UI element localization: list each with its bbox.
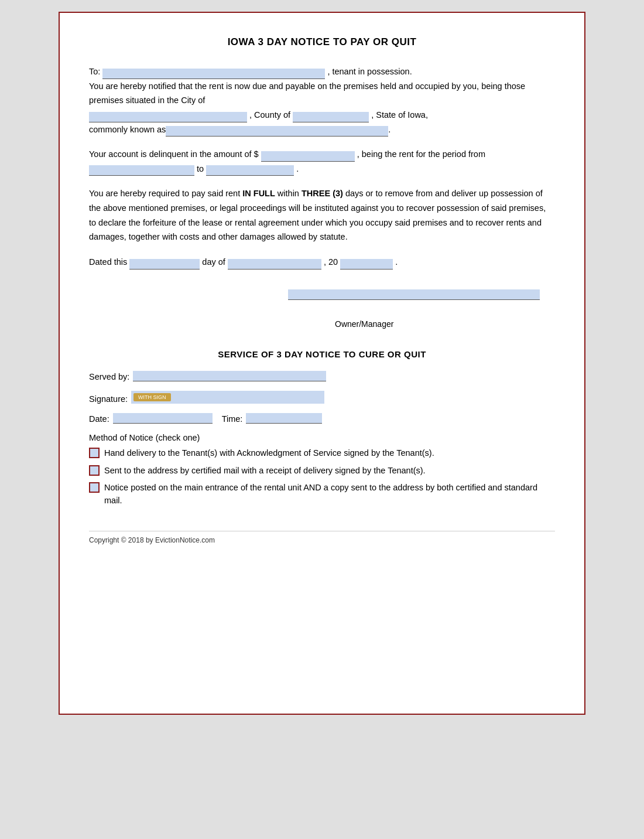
dated-pre: Dated this xyxy=(89,257,127,267)
para2-prefix: Your account is delinquent in the amount… xyxy=(89,149,259,159)
para3-mid1: within xyxy=(275,189,302,198)
county-label: , County of xyxy=(249,110,290,120)
day-field[interactable] xyxy=(129,259,200,270)
address-field[interactable] xyxy=(166,126,388,137)
method3-checkbox[interactable] xyxy=(89,482,100,493)
method1-item: Hand delivery to the Tenant(s) with Ackn… xyxy=(89,447,555,460)
method2-item: Sent to the address by certified mail wi… xyxy=(89,465,555,478)
date-time-row: Date: Time: xyxy=(89,413,555,424)
signature-label: Signature: xyxy=(89,394,128,404)
tenant-suffix: , tenant in possession. xyxy=(327,67,412,76)
known-suffix: . xyxy=(388,125,390,134)
method2-text: Sent to the address by certified mail wi… xyxy=(104,465,426,478)
served-row: Served by: xyxy=(89,371,555,381)
served-field[interactable] xyxy=(133,371,326,381)
known-label: commonly known as xyxy=(89,125,166,134)
day-label: day of xyxy=(202,257,225,267)
dated-section: Dated this day of , 20 . Owner/Manager xyxy=(89,255,555,332)
to-section: To: , tenant in possession. You are here… xyxy=(89,64,555,137)
served-label: Served by: xyxy=(89,372,129,381)
date-label: Date: xyxy=(89,414,109,424)
bold-three: THREE (3) xyxy=(302,189,343,198)
method3-item: Notice posted on the main entrance of th… xyxy=(89,482,555,507)
para3-pre1: You are hereby required to pay said rent xyxy=(89,189,242,198)
period-to-field[interactable] xyxy=(206,165,294,176)
document-title: IOWA 3 DAY NOTICE TO PAY OR QUIT xyxy=(89,36,555,48)
tenant-name-field[interactable] xyxy=(102,69,325,79)
bold-in-full: IN FULL xyxy=(242,189,275,198)
year-field[interactable] xyxy=(340,259,393,270)
date-field[interactable] xyxy=(113,413,213,424)
period-from-field[interactable] xyxy=(89,165,194,176)
state-label: , State of Iowa, xyxy=(371,110,428,120)
time-field[interactable] xyxy=(246,413,322,424)
amount-field[interactable] xyxy=(261,151,355,162)
para1-text: You are hereby notified that the rent is… xyxy=(89,81,525,105)
method2-checkbox[interactable] xyxy=(89,465,100,476)
owner-sig-field[interactable] xyxy=(288,289,540,300)
method-section: Method of Notice (check one) Hand delive… xyxy=(89,433,555,507)
period-suffix: . xyxy=(296,164,299,173)
county-field[interactable] xyxy=(293,112,369,122)
signature-row: Signature: WITH SIGN xyxy=(89,391,555,404)
to-label: To: xyxy=(89,67,100,76)
method1-text: Hand delivery to the Tenant(s) with Ackn… xyxy=(104,447,434,460)
main-para-section: You are hereby required to pay said rent… xyxy=(89,186,555,244)
service-title: SERVICE OF 3 DAY NOTICE TO CURE OR QUIT xyxy=(89,349,555,359)
document-page: IOWA 3 DAY NOTICE TO PAY OR QUIT To: , t… xyxy=(59,12,585,715)
amount-section: Your account is delinquent in the amount… xyxy=(89,147,555,176)
sign-icon: WITH SIGN xyxy=(133,393,171,401)
dated-suffix: . xyxy=(395,257,398,267)
comma-20: , 20 xyxy=(324,257,338,267)
month-field[interactable] xyxy=(228,259,321,270)
signature-field[interactable]: WITH SIGN xyxy=(131,391,324,404)
city-field[interactable] xyxy=(89,112,247,122)
method-title: Method of Notice (check one) xyxy=(89,433,555,442)
footer-text: Copyright © 2018 by EvictionNotice.com xyxy=(89,536,215,544)
owner-label: Owner/Manager xyxy=(288,319,393,329)
para2-suffix: , being the rent for the period from xyxy=(357,149,485,159)
to-word: to xyxy=(197,164,204,173)
method1-checkbox[interactable] xyxy=(89,448,100,458)
time-label: Time: xyxy=(222,414,243,424)
owner-section: Owner/Manager xyxy=(89,289,555,331)
footer: Copyright © 2018 by EvictionNotice.com xyxy=(89,531,555,544)
method3-text: Notice posted on the main entrance of th… xyxy=(104,482,555,507)
